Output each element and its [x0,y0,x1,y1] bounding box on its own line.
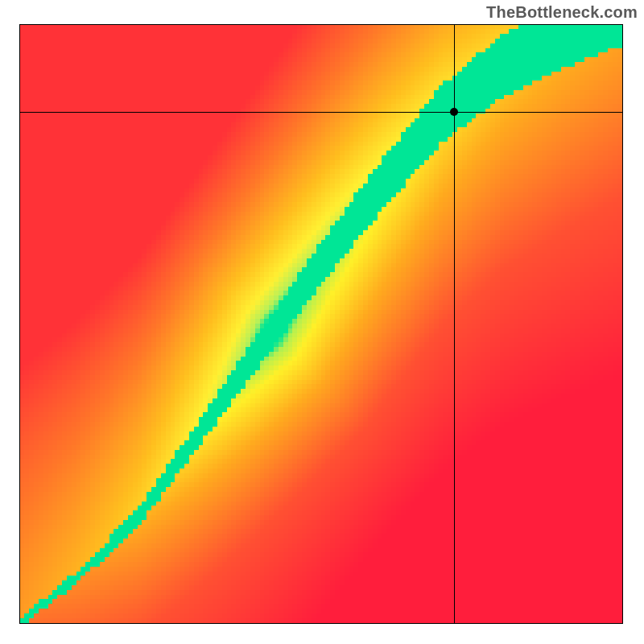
heatmap-canvas [20,25,622,623]
heatmap-plot [19,24,623,624]
attribution-label: TheBottleneck.com [486,3,638,22]
